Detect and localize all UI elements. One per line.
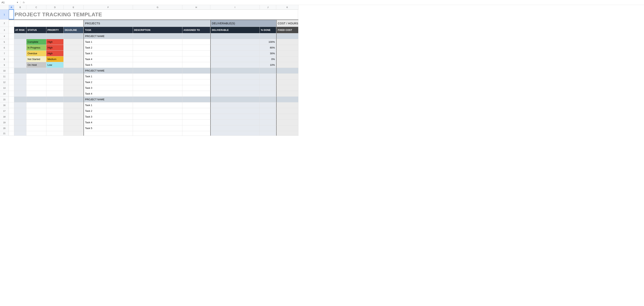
column-header-i[interactable]: I (210, 5, 260, 10)
row-header-21[interactable]: 21 (0, 131, 9, 136)
cell[interactable] (9, 33, 14, 39)
cell-deliverable[interactable] (210, 74, 260, 79)
cell[interactable] (64, 97, 84, 102)
cell[interactable] (64, 131, 84, 136)
cell-atrisk[interactable] (14, 79, 26, 85)
cell-priority[interactable] (46, 74, 64, 79)
cell-deadline[interactable] (64, 114, 84, 120)
cell-description[interactable] (133, 79, 182, 85)
header-task[interactable]: TASK (84, 27, 133, 33)
cell-assignedto[interactable] (182, 125, 210, 131)
cell[interactable] (182, 97, 210, 102)
row-header-13[interactable]: 13 (0, 85, 9, 91)
cell-fixedcost[interactable] (276, 120, 298, 125)
cell-task[interactable]: Task 5 (84, 125, 133, 131)
cell-deadline[interactable] (64, 56, 84, 62)
cell[interactable] (9, 62, 14, 68)
cell-atrisk[interactable] (14, 39, 26, 45)
cell-deliverable[interactable] (210, 56, 260, 62)
cell-task[interactable]: Task 5 (84, 62, 133, 68)
section-projects[interactable]: PROJECTS (84, 20, 210, 27)
cell-pctdone[interactable]: 10% (260, 62, 276, 68)
cell-deliverable[interactable] (210, 85, 260, 91)
cell[interactable] (182, 68, 210, 74)
cell-fixedcost[interactable] (276, 51, 298, 56)
row-header-10[interactable]: 10 (0, 68, 9, 74)
sheet-main[interactable]: ABCDEFGHIJK PROJECT TRACKING TEMPLATEPRO… (9, 5, 644, 306)
cell-deliverable[interactable] (210, 102, 260, 108)
cell-task[interactable]: Task 3 (84, 85, 133, 91)
cell[interactable] (9, 131, 14, 136)
cell-fixedcost[interactable] (276, 39, 298, 45)
row-header-14[interactable]: 14 (0, 91, 9, 97)
cell[interactable] (276, 131, 298, 136)
cell[interactable] (26, 33, 46, 39)
cell[interactable] (9, 102, 14, 108)
cell-atrisk[interactable] (14, 74, 26, 79)
cell-atrisk[interactable] (14, 108, 26, 114)
select-all-corner[interactable] (0, 5, 9, 10)
cell-atrisk[interactable] (14, 62, 26, 68)
cell-deadline[interactable] (64, 102, 84, 108)
cell-fixedcost[interactable] (276, 79, 298, 85)
cell-status[interactable]: Not Started (26, 56, 46, 62)
header-atrisk[interactable]: AT RISK (14, 27, 26, 33)
section-deliverables[interactable]: DELIVERABLE(S) (210, 20, 276, 27)
column-header-h[interactable]: H (182, 5, 210, 10)
cell-assignedto[interactable] (182, 102, 210, 108)
cell-atrisk[interactable] (14, 120, 26, 125)
cell-pctdone[interactable]: 0% (260, 56, 276, 62)
cell-task[interactable]: Task 1 (84, 39, 133, 45)
column-header-e[interactable]: E (64, 5, 84, 10)
cell-assignedto[interactable] (182, 39, 210, 45)
cell-deliverable[interactable] (210, 91, 260, 97)
cell-status[interactable] (26, 85, 46, 91)
cell[interactable] (46, 33, 64, 39)
cell-priority[interactable]: Low (46, 62, 64, 68)
cell-pctdone[interactable]: 30% (260, 51, 276, 56)
cell-atrisk[interactable] (14, 85, 26, 91)
cell-priority[interactable]: High (46, 39, 64, 45)
cell-assignedto[interactable] (182, 45, 210, 51)
row-header-18[interactable]: 18 (0, 114, 9, 120)
cell-pctdone[interactable]: 80% (260, 45, 276, 51)
cell[interactable] (9, 51, 14, 56)
cell[interactable] (14, 20, 84, 27)
cell-fixedcost[interactable] (276, 91, 298, 97)
page-title[interactable]: PROJECT TRACKING TEMPLATE (14, 10, 298, 20)
cell-status[interactable] (26, 108, 46, 114)
cell-task[interactable]: Task 4 (84, 120, 133, 125)
row-header-2[interactable]: 2 (0, 20, 9, 27)
section-cost[interactable]: COST / HOURS (276, 20, 298, 27)
cell[interactable] (9, 74, 14, 79)
group-name[interactable]: PROJECT NAME (84, 68, 133, 74)
cell-pctdone[interactable] (260, 108, 276, 114)
cell-atrisk[interactable] (14, 91, 26, 97)
cell[interactable] (210, 131, 260, 136)
cell-task[interactable]: Task 1 (84, 102, 133, 108)
cell-pctdone[interactable] (260, 125, 276, 131)
cell[interactable] (9, 39, 14, 45)
cell-fixedcost[interactable] (276, 108, 298, 114)
cell-priority[interactable] (46, 91, 64, 97)
cell-description[interactable] (133, 85, 182, 91)
cell-description[interactable] (133, 125, 182, 131)
cell-atrisk[interactable] (14, 45, 26, 51)
cell-pctdone[interactable] (260, 79, 276, 85)
cell[interactable] (46, 97, 64, 102)
cell[interactable] (210, 33, 260, 39)
row-header-4[interactable]: 4 (0, 33, 9, 39)
cell-deliverable[interactable] (210, 114, 260, 120)
header-priority[interactable]: PRIORITY (46, 27, 64, 33)
cell[interactable] (9, 120, 14, 125)
cell-task[interactable]: Task 3 (84, 114, 133, 120)
cell[interactable] (14, 33, 26, 39)
cell-deadline[interactable] (64, 120, 84, 125)
cell-atrisk[interactable] (14, 114, 26, 120)
cell-priority[interactable] (46, 114, 64, 120)
cell-status[interactable]: On Hold (26, 62, 46, 68)
cell-deadline[interactable] (64, 108, 84, 114)
cell-task[interactable]: Task 2 (84, 79, 133, 85)
cell-pctdone[interactable]: 100% (260, 39, 276, 45)
name-box-input[interactable] (0, 1, 15, 4)
